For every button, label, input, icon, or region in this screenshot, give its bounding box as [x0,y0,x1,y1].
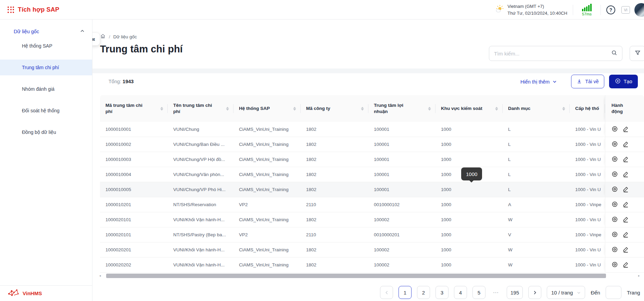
create-button[interactable]: Tạo [609,75,638,88]
column-header[interactable]: Hệ thống SAP [233,95,301,122]
edit-button[interactable] [622,201,629,209]
page-size-select[interactable]: 10 / trang [547,286,585,299]
show-more-label: Hiển thị thêm [520,79,550,85]
cell: 1000 [435,137,503,152]
edit-button[interactable] [622,171,629,178]
cell: 1000 [435,212,503,227]
scrollbar-thumb[interactable] [106,274,606,278]
page-button[interactable]: 5 [472,286,485,299]
page-button[interactable]: 3 [435,286,449,299]
view-button[interactable] [611,171,618,178]
table-row[interactable]: 1000020101NT/SHS/Pastry (Bep ba...VP2211… [100,227,644,242]
column-header[interactable]: Trung tâm lợi nhuận [368,95,435,122]
sidebar-item[interactable]: Đồng bộ dữ liệu [0,124,92,140]
prev-page-button[interactable] [380,286,393,299]
table-row[interactable]: 1000010005VUNI/Chung/VP Phó Hi...CiAMS_V… [100,182,644,197]
sort-icon[interactable] [428,107,431,111]
next-page-button[interactable] [528,286,541,299]
sidebar-group-master-data[interactable]: Dữ liệu gốc [0,20,92,38]
table-row[interactable]: 1000010003VUNI/Chung/VP Hội đồ...CiAMS_V… [100,152,644,167]
show-more-dropdown[interactable]: Hiển thị thêm [520,79,557,85]
sidebar: Dữ liệu gốc Hệ thống SAPTrung tâm chi ph… [0,20,92,301]
table-row[interactable]: 1000010002VUNI/Chung/Ban Điều ...CiAMS_V… [100,137,644,152]
view-button[interactable] [611,216,618,224]
eye-icon [611,246,618,254]
pagination-ellipsis[interactable]: ••• [491,286,501,299]
column-header[interactable]: Danh mục [503,95,570,122]
tooltip-text: 1000 [466,171,477,177]
sidebar-menu: Hệ thống SAPTrung tâm chi phíNhóm đánh g… [0,38,92,140]
view-button[interactable] [611,126,618,133]
eye-icon [611,231,618,239]
column-header[interactable]: Khu vực kiểm soát [435,95,503,122]
table-row[interactable]: 1000010001VUNI/ChungCiAMS_VinUni_Trainin… [100,122,644,137]
search-input[interactable] [494,51,611,57]
edit-button[interactable] [622,216,629,224]
sort-icon[interactable] [293,107,296,111]
page-button[interactable]: 1 [399,286,412,299]
view-button[interactable] [611,186,618,193]
table-row[interactable]: 1000010201NT/SHS/ReservationVP2211000100… [100,197,644,212]
column-header[interactable]: Tên trung tâm chi phí [168,95,233,122]
sidebar-item[interactable]: Nhóm đánh giá [0,81,92,97]
view-button[interactable] [611,261,618,269]
view-button[interactable] [611,141,618,148]
view-button[interactable] [611,156,618,163]
sort-icon[interactable] [226,107,229,111]
sort-icon[interactable] [160,107,163,111]
app-brand[interactable]: Tích hợp SAP [8,0,59,20]
breadcrumb-item[interactable]: Dữ liệu gốc [113,34,137,39]
user-avatar[interactable] [634,3,644,17]
edit-pencil-icon [622,261,629,269]
horizontal-scrollbar[interactable]: ◂ ▸ [100,274,644,278]
edit-button[interactable] [622,141,629,148]
cell: W [503,258,570,272]
view-button[interactable] [611,201,618,209]
language-switcher[interactable]: VI [621,6,630,14]
page-button[interactable]: 2 [417,286,430,299]
table-row[interactable]: 1000010004VUNI/Chung/Văn phòn...CiAMS_Vi… [100,167,644,182]
table-row[interactable]: 1000020201VUNI/Khối Vận hành-H...CiAMS_V… [100,242,644,258]
edit-button[interactable] [622,261,629,269]
help-glyph: ? [609,7,613,13]
edit-button[interactable] [622,186,629,193]
goto-page-input[interactable] [606,286,621,299]
edit-button[interactable] [622,126,629,133]
cell: 0010000201 [368,227,435,242]
sort-icon[interactable] [495,107,498,111]
download-button[interactable]: Tải về [571,75,604,88]
page-button[interactable]: 4 [454,286,467,299]
help-icon[interactable]: ? [606,5,615,14]
table-row[interactable]: 1000020101VUNI/Khối Vận hành-H...CiAMS_V… [100,212,644,227]
actions-cell [605,212,644,227]
sort-icon[interactable] [361,107,364,111]
edit-button[interactable] [622,246,629,254]
scroll-left-arrow-icon[interactable]: ◂ [99,274,101,277]
sidebar-item[interactable]: Hệ thống SAP [0,38,92,54]
view-button[interactable] [611,246,618,254]
weather-icon [495,4,504,16]
sidebar-item[interactable]: Trung tâm chi phí [0,60,92,75]
edit-button[interactable] [622,156,629,163]
column-label: Hệ thống SAP [239,105,270,112]
cell: CiAMS_VinUni_Training [233,258,301,272]
actions-cell [605,197,644,212]
sort-icon[interactable] [562,107,565,111]
search-icon[interactable] [611,50,617,57]
cell: 1000010201 [100,197,168,212]
cell: 100001 [368,122,435,137]
edit-button[interactable] [622,231,629,239]
table-row[interactable]: 1000020202VUNI/Khối Vận hành-H...CiAMS_V… [100,258,644,273]
column-label: Tên trung tâm chi phí [173,102,215,114]
view-button[interactable] [611,231,618,239]
sidebar-item[interactable]: Đối soát hệ thống [0,103,92,118]
cell: 1000020101 [100,212,168,227]
column-header[interactable]: Mã công ty [301,95,368,122]
home-icon[interactable] [100,33,106,40]
column-header[interactable]: Mã trung tâm chi phí [100,95,168,122]
actions-cell [605,182,644,197]
cell: 1000 - Vin U [570,152,605,167]
filter-button[interactable] [630,46,644,61]
page-button[interactable]: 195 [507,286,523,299]
scroll-right-arrow-icon[interactable]: ▸ [638,274,640,277]
